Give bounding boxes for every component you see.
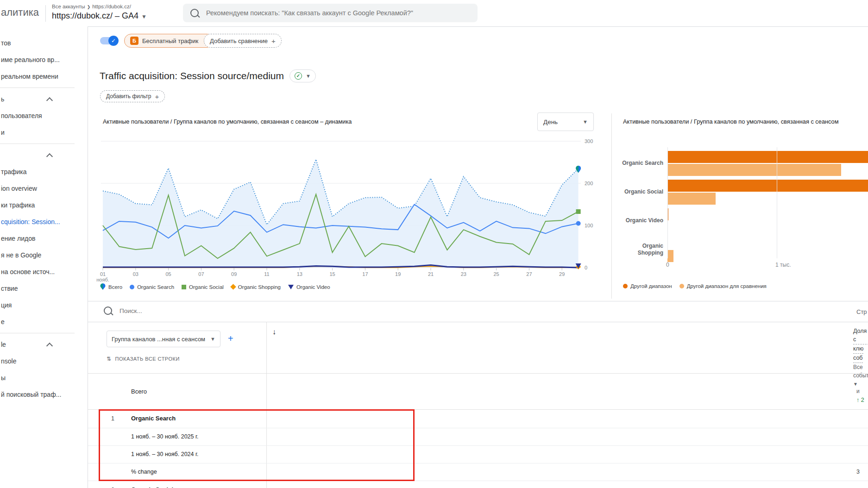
sidebar-item-ение-лидов[interactable]: ение лидов (0, 230, 88, 247)
totals-alt-value: и (856, 388, 860, 394)
table-border (88, 322, 868, 322)
sidebar-item-тов[interactable]: тов (0, 35, 88, 51)
sidebar-item-label: ь (1, 95, 4, 103)
show-all-rows-button[interactable]: ⇅ПОКАЗАТЬ ВСЕ СТРОКИ (107, 356, 180, 362)
sidebar-item-le[interactable]: le (0, 336, 88, 353)
sidebar-item-cquisition-session-[interactable]: cquisition: Session... (0, 213, 88, 230)
segment-chip[interactable]: Б Бесплатный трафик ✕ (124, 34, 214, 48)
sidebar-item-ы[interactable]: ы (0, 369, 88, 386)
bar-category-label: Organic Video (608, 217, 663, 224)
topbar-divider (45, 5, 46, 22)
sidebar-item-label: й поисковый траф... (1, 391, 61, 398)
sidebar-item-label: е (1, 318, 5, 325)
legend-item-organic-social[interactable]: Organic Social (182, 284, 224, 290)
sidebar-item-nsole[interactable]: nsole (0, 353, 88, 369)
x-axis-label: 23 (455, 271, 472, 277)
x-axis-label: 19 (390, 271, 406, 277)
y-axis-label: 300 (585, 138, 593, 144)
legend-item-comparison-range[interactable]: Другой диапазон для сравнения (679, 283, 767, 289)
bar-axis-label: 0 (666, 262, 669, 268)
sidebar-item-на-основе-источ-[interactable]: на основе источ... (0, 263, 88, 280)
sidebar-item-label: и (1, 129, 5, 136)
add-filter-label: Добавить фильтр (106, 93, 151, 100)
sidebar-item-й-поисковый-траф-[interactable]: й поисковый траф... (0, 386, 88, 403)
sidebar-divider (0, 333, 75, 333)
dimension-value-label[interactable]: Organic Social (131, 486, 173, 488)
dimension-value-label[interactable]: Organic Search (131, 415, 176, 422)
caret-down-icon: ▼ (306, 73, 311, 79)
interval-select[interactable]: День▼ (537, 113, 594, 131)
bar-comparison[interactable] (667, 164, 841, 176)
breadcrumb-site[interactable]: https://dubok.cz/ (92, 4, 131, 9)
y-axis-label: 200 (585, 181, 593, 186)
search-icon (190, 9, 199, 17)
row-index: 1 (111, 415, 114, 422)
bar-comparison[interactable] (667, 193, 716, 205)
sort-descending-icon[interactable]: ↓ (272, 328, 276, 336)
add-comparison-button[interactable]: Добавить сравнение+ (204, 34, 282, 48)
table-search[interactable] (104, 307, 259, 315)
sidebar-item-и[interactable]: и (0, 124, 88, 141)
report-status-badge[interactable]: ✓ ▼ (289, 69, 316, 82)
sidebar-item-label: ion overview (1, 185, 37, 192)
totals-delta: ↑ 2 (856, 397, 864, 403)
column-header[interactable]: Доля склюсобВсе событ ▼ (853, 327, 868, 388)
sidebar-item-ки-трафика[interactable]: ки трафика (0, 197, 88, 213)
legend-item-organic-video[interactable]: Organic Video (288, 284, 330, 290)
global-search-input[interactable] (205, 9, 466, 17)
segment-toggle[interactable]: ✓ (100, 37, 117, 44)
sidebar-item-е[interactable]: е (0, 313, 88, 330)
expand-rows-icon: ⇅ (107, 356, 112, 362)
sidebar-divider (0, 88, 75, 88)
x-axis-label: 25 (488, 271, 505, 277)
sidebar-item-label: на основе источ... (1, 268, 55, 275)
sidebar-item-ствие[interactable]: ствие (0, 280, 88, 297)
x-axis-label: 05 (160, 271, 177, 277)
sidebar-item-label: я не в Google (1, 251, 41, 259)
x-axis-label: 21 (422, 271, 439, 277)
bar-comparison[interactable] (667, 250, 673, 262)
analytics-logo[interactable]: алитика (1, 6, 39, 19)
rows-per-page-label: Стр (856, 308, 867, 315)
plus-icon: + (271, 37, 276, 45)
sidebar-item-пользователя[interactable]: пользователя (0, 107, 88, 124)
add-dimension-button[interactable]: + (228, 333, 233, 344)
chevron-up-icon (46, 343, 53, 349)
y-axis-label: 100 (585, 223, 593, 228)
legend-item-organic-shopping[interactable]: Organic Shopping (231, 284, 281, 290)
sidebar-item-име-реального-вр-[interactable]: име реального вр... (0, 51, 88, 68)
sidebar-item-трафика[interactable]: трафика (0, 163, 88, 180)
add-filter-button[interactable]: Добавить фильтр+ (100, 90, 165, 102)
date-range-label: % change (131, 469, 157, 475)
sidebar-item-реальном-времени[interactable]: реальном времени (0, 68, 88, 85)
table-row-border (88, 463, 868, 463)
check-circle-icon: ✓ (295, 72, 302, 80)
search-icon (104, 307, 112, 315)
property-selector[interactable]: https://dubok.cz/ – GA4▼ (52, 11, 147, 21)
bar-current[interactable] (667, 180, 868, 192)
sidebar-item-label: le (1, 341, 6, 348)
breadcrumb-all-accounts[interactable]: Все аккаунты (52, 4, 85, 9)
x-axis-label: 29 (554, 271, 570, 277)
sidebar-item-ion-overview[interactable]: ion overview (0, 180, 88, 197)
bar-current[interactable] (667, 151, 868, 163)
legend-item-organic-search[interactable]: Organic Search (130, 284, 174, 290)
sidebar-item-ь[interactable]: ь (0, 91, 88, 107)
sidebar-item-label: nsole (1, 357, 16, 365)
global-search[interactable] (183, 4, 478, 22)
x-axis-label: 11 (258, 271, 275, 277)
date-range-label: 1 нояб. – 30 нояб. 2024 г. (131, 451, 198, 457)
x-axis-label: 17 (357, 271, 373, 277)
table-row-border (88, 428, 868, 428)
x-axis-label: 07 (193, 271, 209, 277)
legend-item-other-range[interactable]: Другой диапазон (623, 283, 672, 289)
bar-chart-title: Активные пользователи / Группа каналов п… (623, 118, 868, 125)
sidebar-item-section[interactable] (0, 147, 88, 163)
chevron-up-icon (46, 97, 53, 104)
sidebar-item-ция[interactable]: ция (0, 297, 88, 313)
dimension-select[interactable]: Группа каналов ...нная с сеансом▼ (107, 331, 220, 347)
show-all-rows-label: ПОКАЗАТЬ ВСЕ СТРОКИ (115, 356, 180, 362)
sidebar-item-я-не-в-google[interactable]: я не в Google (0, 247, 88, 263)
legend-item-всего[interactable]: Всего (100, 283, 122, 290)
table-search-input[interactable] (119, 307, 259, 315)
